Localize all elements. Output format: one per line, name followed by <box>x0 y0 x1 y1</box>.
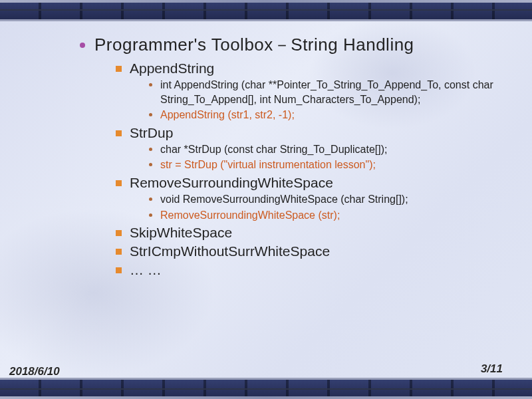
footer-date: 2018/6/10 <box>9 365 60 378</box>
list-item: char *StrDup (const char String_To_Dupli… <box>149 142 512 157</box>
list-item: StrICmpWithoutSurrWhiteSpace <box>116 243 512 259</box>
section-heading: StrDup <box>130 125 173 141</box>
list-item: int AppendString (char **Pointer_To_Stri… <box>149 78 512 106</box>
bullet-dot-icon <box>149 148 152 151</box>
outline-level-1: Programmer's Toolbox－String Handling App… <box>80 33 512 278</box>
bullet-dot-icon <box>149 113 152 116</box>
list-item: str = StrDup ("virtual instrumentation l… <box>149 158 512 172</box>
top-border-decoration <box>0 0 532 20</box>
list-item: … … <box>116 262 512 278</box>
code-signature: int AppendString (char **Pointer_To_Stri… <box>160 78 512 106</box>
bullet-dot-icon <box>149 163 152 166</box>
code-example: str = StrDup ("virtual instrumentation l… <box>160 158 376 172</box>
bullet-dot-icon <box>149 83 152 86</box>
outline-level-3: void RemoveSurroundingWhiteSpace (char S… <box>149 192 512 222</box>
code-signature: void RemoveSurroundingWhiteSpace (char S… <box>160 192 408 207</box>
list-item: RemoveSurroundingWhiteSpace void RemoveS… <box>116 175 512 222</box>
bullet-square-icon <box>116 230 122 236</box>
section-heading: AppendString <box>130 61 214 76</box>
list-item: void RemoveSurroundingWhiteSpace (char S… <box>149 192 512 207</box>
outline-level-3: char *StrDup (const char String_To_Dupli… <box>149 142 512 172</box>
bullet-square-icon <box>116 66 122 72</box>
bottom-border-decoration <box>0 379 532 399</box>
slide-title: Programmer's Toolbox－String Handling <box>94 33 414 57</box>
bullet-square-icon <box>116 130 122 136</box>
footer-page-number: 3/11 <box>481 362 503 376</box>
outline-level-2: AppendString int AppendString (char **Po… <box>116 61 512 278</box>
slide-content: Programmer's Toolbox－String Handling App… <box>0 33 532 372</box>
bullet-dot-icon <box>149 198 152 201</box>
list-item: StrDup char *StrDup (const char String_T… <box>116 125 512 172</box>
bullet-square-icon <box>116 249 122 255</box>
list-item: SkipWhiteSpace <box>116 225 512 241</box>
list-item: AppendString int AppendString (char **Po… <box>116 61 512 122</box>
outline-level-3: int AppendString (char **Pointer_To_Stri… <box>149 78 512 122</box>
list-item: AppendString (str1, str2, -1); <box>149 108 512 122</box>
section-heading: RemoveSurroundingWhiteSpace <box>130 175 333 191</box>
bullet-dot-icon <box>149 213 152 217</box>
code-signature: char *StrDup (const char String_To_Dupli… <box>160 142 387 157</box>
list-item: RemoveSurroundingWhiteSpace (str); <box>149 208 512 223</box>
code-example: AppendString (str1, str2, -1); <box>160 108 295 122</box>
bullet-square-icon <box>116 267 122 273</box>
section-heading: … … <box>130 262 162 278</box>
bullet-disc-icon <box>80 43 85 48</box>
code-example: RemoveSurroundingWhiteSpace (str); <box>160 208 340 223</box>
bullet-square-icon <box>116 180 122 186</box>
section-heading: SkipWhiteSpace <box>130 225 232 241</box>
section-heading: StrICmpWithoutSurrWhiteSpace <box>130 243 330 259</box>
